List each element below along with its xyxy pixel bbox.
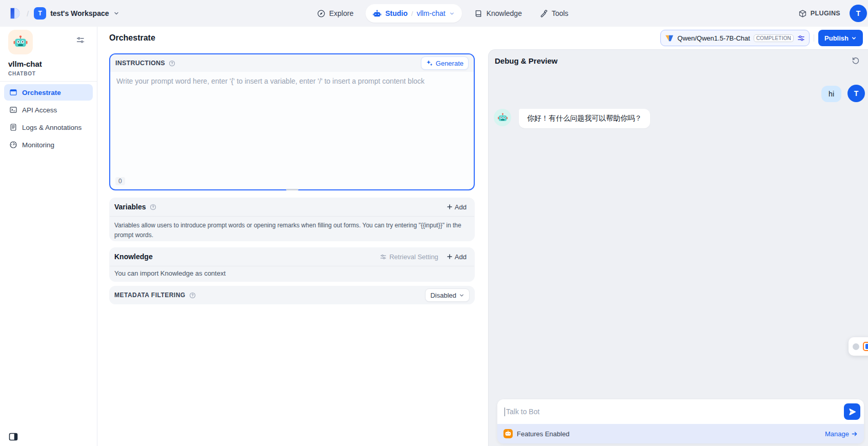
nav-explore[interactable]: Explore — [312, 4, 358, 23]
instructions-card: INSTRUCTIONS Generate Write your prompt … — [109, 53, 475, 190]
nav-studio-label: Studio — [385, 9, 408, 17]
model-selector[interactable]: Qwen/Qwen1.5-7B-Chat COMPLETION — [660, 30, 810, 46]
generate-button[interactable]: Generate — [421, 56, 469, 70]
plus-icon — [447, 204, 453, 210]
config-column: INSTRUCTIONS Generate Write your prompt … — [109, 53, 475, 304]
prompt-editor[interactable]: Write your prompt word here, enter '{' t… — [110, 72, 474, 154]
help-icon — [189, 292, 196, 299]
bot-message-bubble: 你好！有什么问题我可以帮助你吗？ — [519, 109, 650, 128]
nav-knowledge[interactable]: Knowledge — [469, 4, 527, 23]
variables-title: Variables — [114, 203, 156, 211]
workspace-name: test's Workspace — [50, 9, 109, 17]
publish-button[interactable]: Publish — [818, 30, 863, 46]
sidebar-divider — [0, 81, 97, 82]
knowledge-description: You can import Knowledge as context — [109, 266, 475, 280]
nav-tools[interactable]: Tools — [534, 4, 574, 23]
chat-input-block: Talk to Bot Features Enabled Manage — [497, 399, 864, 443]
nav-explore-label: Explore — [329, 9, 353, 17]
plus-icon — [447, 254, 453, 260]
features-bar: Features Enabled Manage — [497, 424, 864, 443]
robot-emoji-icon — [497, 112, 508, 123]
knowledge-card: Knowledge Retrieval Setting Add You can … — [109, 247, 475, 282]
sidebar: vllm-chat CHATBOT Orchestrate API Access… — [0, 27, 97, 446]
sidebar-item-label: API Access — [22, 106, 57, 114]
nav-plugins-label: PLUGINS — [811, 10, 840, 17]
sidebar-item-orchestrate[interactable]: Orchestrate — [4, 84, 93, 101]
features-icon — [503, 429, 513, 438]
retrieval-setting-icon — [380, 254, 387, 260]
sparkles-icon — [426, 60, 433, 67]
restart-conversation-button[interactable] — [851, 55, 861, 66]
sidebar-menu: Orchestrate API Access Logs & Annotation… — [4, 84, 93, 154]
chevron-down-icon — [459, 293, 465, 298]
chevron-down-icon — [851, 35, 857, 41]
chat-input[interactable]: Talk to Bot — [497, 399, 864, 424]
floating-widget — [849, 337, 868, 356]
sidebar-item-monitoring[interactable]: Monitoring — [4, 137, 93, 153]
explore-icon — [317, 9, 326, 18]
user-message-bubble: hi — [821, 86, 841, 102]
chevron-down-icon — [449, 11, 455, 16]
resize-handle[interactable] — [286, 189, 298, 190]
breadcrumb-separator: / — [27, 9, 29, 18]
dify-logo[interactable] — [8, 7, 22, 20]
instructions-header: INSTRUCTIONS Generate — [110, 54, 474, 72]
app-settings-icon[interactable] — [76, 36, 85, 44]
add-variable-button[interactable]: Add — [443, 201, 470, 213]
terminal-icon — [9, 106, 17, 114]
retrieval-setting-button[interactable]: Retrieval Setting — [380, 253, 438, 261]
publish-label: Publish — [824, 34, 849, 42]
header-actions: Qwen/Qwen1.5-7B-Chat COMPLETION Publish — [660, 30, 863, 46]
main-header: Orchestrate Qwen/Qwen1.5-7B-Chat COMPLET… — [97, 27, 868, 49]
variables-header: Variables Add — [109, 198, 475, 216]
app-icon — [8, 30, 33, 54]
manage-features-link[interactable]: Manage — [825, 430, 858, 438]
char-counter: 0 — [115, 177, 125, 185]
widget-drag-dot[interactable] — [853, 343, 859, 350]
debug-header: Debug & Preview — [489, 50, 868, 71]
metadata-title: METADATA FILTERING — [114, 292, 196, 299]
nav-knowledge-label: Knowledge — [487, 9, 522, 17]
nav-plugins[interactable]: PLUGINS — [798, 9, 840, 18]
tools-icon — [539, 9, 548, 18]
monitoring-icon — [9, 141, 17, 149]
sidebar-item-label: Logs & Annotations — [22, 124, 82, 131]
restart-icon — [852, 56, 860, 65]
model-params-icon — [797, 34, 805, 42]
chat-message-user: hi T — [489, 85, 868, 102]
studio-separator: / — [411, 10, 413, 17]
metadata-filtering-dropdown[interactable]: Disabled — [425, 288, 470, 302]
collapse-panel-icon[interactable] — [8, 432, 18, 442]
text-cursor — [504, 408, 505, 416]
features-label: Features Enabled — [517, 430, 570, 438]
widget-plugin-icon[interactable] — [863, 342, 868, 351]
debug-title: Debug & Preview — [495, 56, 558, 65]
workspace-selector[interactable]: T test's Workspace — [34, 7, 119, 20]
add-variable-label: Add — [455, 203, 467, 211]
send-icon — [849, 408, 856, 416]
sidebar-item-api-access[interactable]: API Access — [4, 102, 93, 118]
plugins-icon — [798, 9, 807, 18]
logs-icon — [9, 123, 17, 131]
page-title: Orchestrate — [109, 33, 155, 43]
add-knowledge-label: Add — [455, 253, 467, 261]
send-button[interactable] — [844, 403, 860, 420]
user-message-avatar: T — [847, 85, 865, 102]
header-divider — [814, 34, 814, 42]
debug-preview-panel: Debug & Preview hi T 你好！有什么问题我可以帮助你吗？ Ta… — [488, 49, 868, 446]
nav-center: Explore Studio / vllm-chat Knowledge Too… — [312, 4, 574, 23]
help-icon — [150, 204, 156, 210]
variables-card: Variables Add Variables allow users to i… — [109, 198, 475, 241]
metadata-filtering-card: METADATA FILTERING Disabled — [109, 286, 475, 304]
sidebar-item-logs-annotations[interactable]: Logs & Annotations — [4, 119, 93, 135]
nav-studio[interactable]: Studio / vllm-chat — [366, 4, 461, 23]
retrieval-setting-label: Retrieval Setting — [389, 253, 438, 261]
chevron-down-icon — [113, 10, 119, 16]
chat-input-placeholder: Talk to Bot — [506, 408, 539, 416]
add-knowledge-button[interactable]: Add — [443, 251, 470, 263]
user-avatar[interactable]: T — [850, 5, 867, 22]
knowledge-icon — [474, 9, 483, 18]
model-name: Qwen/Qwen1.5-7B-Chat — [677, 34, 750, 42]
app-window: / T test's Workspace Explore Studio / vl… — [0, 0, 868, 446]
app-type-badge: CHATBOT — [8, 71, 36, 76]
